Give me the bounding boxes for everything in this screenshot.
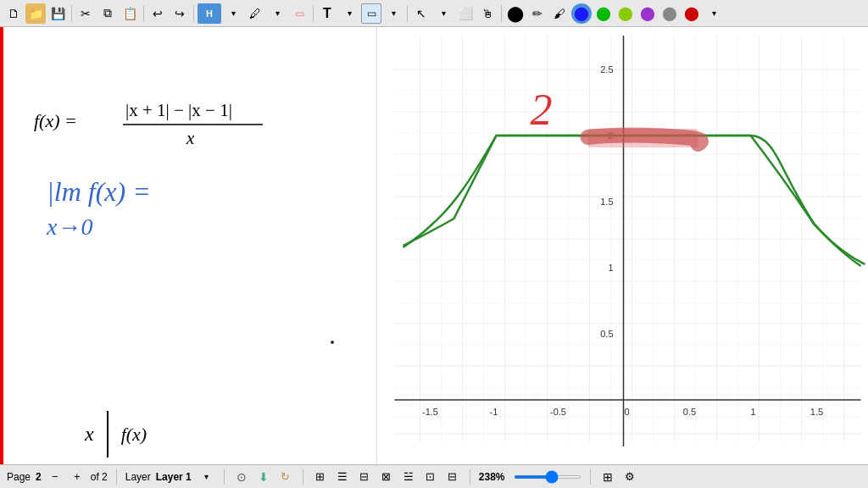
- svg-text:1.5: 1.5: [810, 407, 823, 417]
- table-fx-header: f(x): [121, 424, 147, 446]
- save-button[interactable]: 💾: [47, 3, 68, 24]
- svg-text:0.5: 0.5: [600, 329, 613, 339]
- svg-text:1.5: 1.5: [600, 197, 613, 207]
- page-prev-button[interactable]: −: [47, 469, 64, 485]
- annotation-2: 2: [531, 86, 553, 134]
- separator: [501, 5, 502, 22]
- more-colors[interactable]: ▾: [704, 3, 724, 24]
- separator: [116, 469, 117, 485]
- formula-svg: f(x) = |x + 1| − |x − 1| x: [34, 86, 331, 154]
- view-btn4[interactable]: ⊠: [378, 469, 395, 485]
- copy-button[interactable]: ⧉: [97, 3, 118, 24]
- separator: [303, 469, 303, 485]
- textbox-tool[interactable]: ▭: [361, 3, 381, 24]
- select-tool[interactable]: ↖: [411, 3, 431, 24]
- color-purple-dot[interactable]: ⬤: [637, 3, 658, 24]
- settings-button[interactable]: ⚙: [621, 469, 638, 485]
- zoom-value: 238%: [479, 471, 509, 483]
- separator: [313, 5, 314, 22]
- text-dropdown[interactable]: ▾: [339, 3, 359, 24]
- table-divider: [107, 411, 108, 458]
- pen-dropdown[interactable]: ▾: [267, 3, 287, 24]
- zoom-slider[interactable]: [514, 475, 581, 479]
- color-green-dot[interactable]: ⬤: [593, 3, 614, 24]
- separator: [71, 5, 72, 22]
- table-area: x f(x): [85, 411, 147, 458]
- handwriting-svg: |lm f(x) = x→0: [47, 167, 233, 252]
- svg-text:1: 1: [608, 263, 613, 273]
- color-black-filled[interactable]: ⬤: [505, 3, 526, 24]
- svg-text:2.5: 2.5: [600, 64, 613, 75]
- cursor-tool[interactable]: 🖱: [477, 3, 498, 24]
- layer-dropdown[interactable]: ▾: [198, 469, 215, 485]
- page-border: [0, 27, 3, 464]
- handwriting-lim: |lm f(x) = x→0: [47, 167, 233, 255]
- highlight-dropdown[interactable]: ▾: [223, 3, 243, 24]
- highlight-tool[interactable]: H: [198, 3, 221, 24]
- view-btn2[interactable]: ☰: [334, 469, 351, 485]
- separator: [590, 469, 591, 485]
- separator: [143, 5, 144, 22]
- separator: [224, 469, 225, 485]
- color-pen[interactable]: ✏: [527, 3, 548, 24]
- svg-text:-0.5: -0.5: [550, 407, 566, 417]
- redo-button[interactable]: ↪: [170, 3, 190, 24]
- whiteboard-panel[interactable]: f(x) = |x + 1| − |x − 1| x |lm f(x) = x→…: [0, 27, 377, 464]
- paste-button[interactable]: 📋: [120, 3, 140, 24]
- open-button[interactable]: 📁: [25, 3, 46, 24]
- view-btn7[interactable]: ⊟: [444, 469, 461, 485]
- color-brush[interactable]: 🖌: [549, 3, 570, 24]
- separator: [193, 5, 194, 22]
- nav-refresh-button[interactable]: ↻: [277, 469, 294, 485]
- text-tool[interactable]: T: [317, 3, 337, 24]
- shape-tool[interactable]: ⬜: [455, 3, 476, 24]
- svg-text:-1: -1: [490, 407, 498, 417]
- color-red-dot[interactable]: ⬤: [682, 3, 702, 24]
- toolbar: 🗋 📁 💾 ✂ ⧉ 📋 ↩ ↪ H ▾ 🖊 ▾ ▭ T ▾ ▭ ▾ ↖ ▾ ⬜ …: [0, 0, 868, 27]
- svg-text:-1.5: -1.5: [422, 407, 438, 417]
- nav-forward-button[interactable]: ⬇: [255, 469, 272, 485]
- svg-text:x: x: [186, 128, 195, 148]
- layer-label: Layer: [125, 471, 151, 483]
- statusbar: Page 2 − + of 2 Layer Layer 1 ▾ ⊙ ⬇ ↻ ⊞ …: [0, 464, 868, 488]
- view-btn6[interactable]: ⊡: [422, 469, 439, 485]
- view-btn5[interactable]: ☱: [400, 469, 417, 485]
- page-number: 2: [36, 471, 42, 483]
- separator: [407, 5, 408, 22]
- page-label: Page: [7, 471, 31, 483]
- view-btn3[interactable]: ⊟: [356, 469, 373, 485]
- svg-text:1: 1: [750, 407, 755, 417]
- color-blue-dot[interactable]: ⬤: [571, 3, 592, 24]
- table-x-header: x: [85, 423, 94, 446]
- svg-text:f(x) =: f(x) =: [34, 110, 77, 131]
- svg-text:x→0: x→0: [47, 214, 92, 240]
- svg-rect-6: [378, 27, 868, 464]
- view-btn1[interactable]: ⊞: [312, 469, 329, 485]
- eraser-tool[interactable]: ▭: [289, 3, 309, 24]
- of-pages: of 2: [91, 471, 108, 483]
- fullscreen-button[interactable]: ⊞: [599, 469, 616, 485]
- graph-svg: -1.5 -1 -0.5 0 0.5 1 1.5 2.5 2 1.5 1 0.5: [377, 27, 868, 464]
- color-lime-dot[interactable]: ⬤: [615, 3, 636, 24]
- page-next-button[interactable]: +: [69, 469, 86, 485]
- color-gray-dot[interactable]: ⬤: [659, 3, 680, 24]
- select-dropdown[interactable]: ▾: [433, 3, 453, 24]
- new-button[interactable]: 🗋: [3, 3, 24, 24]
- graph-panel: -1.5 -1 -0.5 0 0.5 1 1.5 2.5 2 1.5 1 0.5: [377, 27, 868, 464]
- main-area: f(x) = |x + 1| − |x − 1| x |lm f(x) = x→…: [0, 27, 868, 464]
- svg-text:|x + 1| − |x − 1|: |x + 1| − |x − 1|: [125, 100, 232, 120]
- svg-text:0.5: 0.5: [683, 407, 696, 417]
- svg-text:|lm f(x) =: |lm f(x) =: [47, 176, 151, 207]
- cut-button[interactable]: ✂: [75, 3, 96, 24]
- dot-annotation: [331, 341, 334, 344]
- svg-text:0: 0: [624, 407, 629, 417]
- nav-back-button[interactable]: ⊙: [233, 469, 250, 485]
- layer-name: Layer 1: [156, 471, 192, 483]
- formula-display: f(x) = |x + 1| − |x − 1| x: [34, 86, 331, 158]
- pen-tool[interactable]: 🖊: [245, 3, 265, 24]
- separator: [470, 469, 470, 485]
- undo-button[interactable]: ↩: [147, 3, 168, 24]
- textbox-dropdown[interactable]: ▾: [383, 3, 403, 24]
